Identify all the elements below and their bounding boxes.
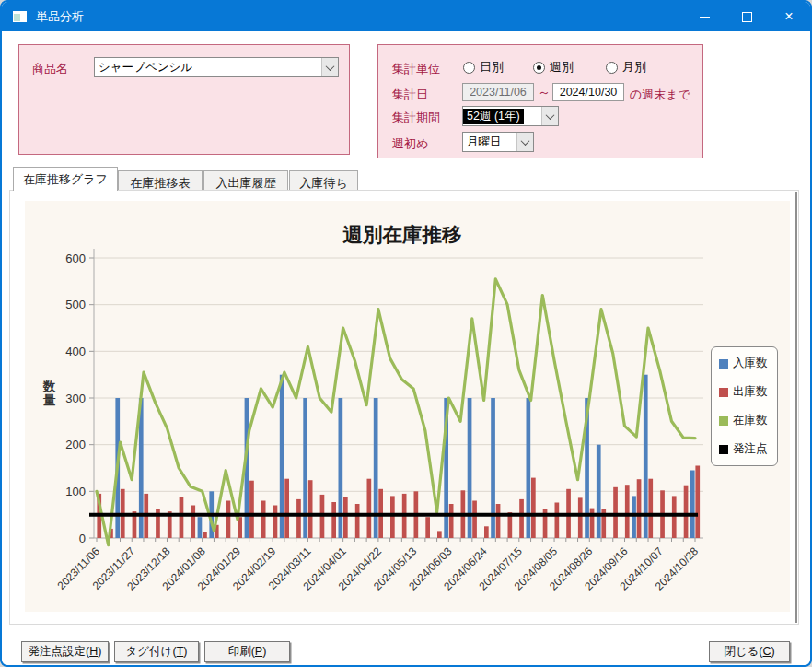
in-bar: [374, 398, 378, 538]
period-label: 集計期間: [392, 110, 440, 126]
chart-title: 週別在庫推移: [342, 224, 462, 246]
out-bar: [625, 485, 630, 538]
product-name-value: シャープペンシル: [95, 60, 321, 76]
y-tick-label: 100: [65, 485, 86, 498]
out-bar: [226, 501, 231, 539]
maximize-button[interactable]: [725, 2, 768, 31]
out-bar: [437, 531, 442, 538]
chart-legend: 入庫数 出庫数 在庫数 発注点: [711, 346, 778, 466]
out-bar: [284, 479, 289, 538]
in-bar: [690, 471, 695, 539]
radio-weekly-label: 週別: [550, 59, 574, 76]
in-series-swatch: [719, 359, 728, 369]
y-tick-label: 500: [65, 298, 86, 311]
legend-item-in: 入庫数: [719, 356, 770, 371]
legend-label: 入庫数: [733, 356, 768, 371]
out-bar: [249, 481, 254, 538]
week-start-value: 月曜日: [463, 135, 516, 150]
titlebar: 単品分析 ×: [2, 2, 810, 31]
legend-item-stock: 在庫数: [719, 413, 770, 428]
out-bar: [296, 499, 301, 538]
y-tick-label: 0: [79, 532, 86, 545]
app-icon: [13, 11, 27, 22]
radio-daily-circle[interactable]: [463, 62, 475, 74]
period-select[interactable]: 52週 (1年): [462, 106, 559, 126]
product-name-label: 商品名: [32, 61, 68, 77]
unit-label: 集計単位: [392, 61, 440, 77]
out-bar: [390, 496, 395, 538]
out-bar: [648, 479, 653, 538]
out-bar: [472, 501, 477, 539]
in-bar: [468, 398, 472, 538]
legend-label: 発注点: [733, 441, 768, 457]
reorder-point-settings-button[interactable]: 発注点設定(H): [21, 641, 109, 662]
radio-daily[interactable]: 日別: [463, 59, 504, 76]
radio-monthly[interactable]: 月別: [606, 59, 646, 76]
out-bar: [672, 496, 677, 538]
radio-monthly-circle[interactable]: [606, 62, 618, 74]
date-to-field[interactable]: [552, 83, 624, 101]
out-bar: [578, 497, 583, 538]
in-bar: [339, 398, 343, 538]
week-start-select[interactable]: 月曜日: [462, 132, 534, 152]
minimize-button[interactable]: [683, 2, 725, 31]
date-label: 集計日: [392, 87, 428, 103]
in-bar: [303, 398, 307, 538]
vertical-scrollbar[interactable]: [795, 192, 797, 623]
legend-label: 在庫数: [733, 413, 768, 428]
out-bar: [449, 504, 454, 538]
stock-chart: 週別在庫推移0100200300400500600数量2023/11/06202…: [25, 201, 790, 612]
out-bar: [496, 504, 501, 538]
out-bar: [613, 487, 618, 538]
out-bar: [519, 499, 524, 538]
out-bar: [343, 497, 348, 538]
y-axis-label: 数量: [42, 380, 56, 407]
chevron-down-icon[interactable]: [516, 133, 533, 151]
date-from-field[interactable]: [462, 83, 534, 101]
out-bar: [695, 466, 700, 539]
in-bar: [632, 496, 636, 538]
stock-line: [97, 279, 695, 545]
in-bar: [527, 398, 531, 538]
out-bar: [203, 532, 207, 538]
out-bar: [355, 504, 360, 538]
print-button[interactable]: 印刷(P): [204, 641, 290, 662]
close-button[interactable]: ×: [768, 2, 810, 31]
tab-stock-graph[interactable]: 在庫推移グラフ: [13, 167, 118, 191]
tab-awaiting-receipt[interactable]: 入庫待ち: [289, 170, 358, 191]
week-start-label: 週初め: [392, 135, 428, 152]
y-tick-label: 400: [65, 345, 86, 358]
window-controls: ×: [683, 2, 810, 31]
tagging-button[interactable]: タグ付け(T): [114, 641, 199, 662]
in-bar: [597, 445, 601, 538]
chevron-down-icon[interactable]: [541, 107, 558, 125]
y-tick-label: 300: [65, 392, 86, 405]
tab-stock-table[interactable]: 在庫推移表: [118, 170, 203, 191]
out-bar: [637, 479, 642, 538]
date-suffix: の週末まで: [630, 87, 690, 103]
out-series-swatch: [719, 388, 728, 397]
tab-inout-history[interactable]: 入出庫履歴: [203, 170, 288, 191]
y-tick-label: 200: [65, 438, 86, 451]
out-bar: [331, 502, 336, 538]
radio-weekly-circle[interactable]: [533, 62, 545, 74]
window: 単品分析 × 商品名 シャープペンシル 集計単位 日別 週別 月別 集計日 ～ …: [0, 0, 812, 667]
chevron-down-icon[interactable]: [321, 58, 338, 76]
out-bar: [684, 486, 689, 538]
out-bar: [273, 506, 278, 539]
product-name-select[interactable]: シャープペンシル: [94, 57, 339, 77]
maximize-icon: [742, 12, 752, 22]
reorder-series-swatch: [719, 445, 728, 454]
out-bar: [590, 509, 595, 538]
radio-weekly[interactable]: 週別: [533, 59, 574, 76]
out-bar: [261, 501, 266, 539]
radio-monthly-label: 月別: [622, 59, 646, 76]
legend-item-reorder: 発注点: [719, 441, 770, 457]
in-bar: [198, 517, 203, 538]
stock-series-swatch: [719, 416, 728, 426]
date-separator: ～: [538, 85, 551, 101]
out-bar: [425, 517, 430, 538]
period-value: 52週 (1年): [463, 109, 524, 124]
in-bar: [491, 398, 495, 538]
close-dialog-button[interactable]: 閉じる(C): [709, 641, 790, 662]
